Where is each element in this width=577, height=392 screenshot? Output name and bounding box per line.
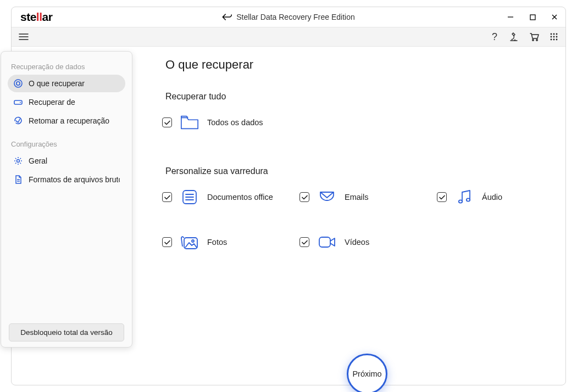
app-logo: stellar <box>20 10 52 24</box>
option-label: Vídeos <box>345 238 369 247</box>
logo-text-suf: ar <box>42 10 53 23</box>
section-customize: Personalize sua varredura <box>165 166 554 176</box>
svg-point-29 <box>192 240 194 242</box>
minimize-button[interactable] <box>503 9 518 25</box>
sidebar-item-raw-formats[interactable]: Formatos de arquivos brutos <box>8 171 125 188</box>
photo-icon <box>180 232 199 252</box>
unlock-full-version-button[interactable]: Desbloqueio total da versão <box>9 323 124 341</box>
music-icon <box>454 187 474 207</box>
svg-point-9 <box>551 36 552 38</box>
sidebar-label: Recuperar de <box>29 98 75 107</box>
logo-text-pre: ste <box>20 10 36 23</box>
svg-point-4 <box>532 40 534 41</box>
svg-point-13 <box>553 39 555 41</box>
next-button-label: Próximo <box>352 369 381 378</box>
video-icon <box>317 232 337 252</box>
sidebar-section-recovery: Recuperação de dados <box>5 59 127 74</box>
svg-point-19 <box>17 160 20 163</box>
title-center: Stellar Data Recovery Free Edition <box>222 13 355 21</box>
sidebar-label: Formatos de arquivos brutos <box>29 175 120 184</box>
page-title: O que recuperar <box>160 58 554 72</box>
microscope-icon[interactable] <box>507 30 521 44</box>
option-label: Fotos <box>207 238 227 247</box>
window-controls <box>503 9 562 25</box>
sidebar-label: Retomar a recuperação <box>29 116 109 125</box>
option-label: Emails <box>345 193 369 201</box>
email-icon <box>317 187 337 207</box>
sidebar-label: O que recuperar <box>29 79 85 88</box>
folder-icon <box>180 113 199 132</box>
cart-icon[interactable] <box>527 30 541 44</box>
option-label: Documentos office <box>207 193 273 201</box>
toolbar: ? <box>12 27 565 47</box>
checkbox-all-data[interactable] <box>162 117 172 127</box>
next-button[interactable]: Próximo <box>347 354 387 392</box>
checkbox-audio[interactable] <box>437 192 447 202</box>
sidebar-item-general[interactable]: Geral <box>8 152 125 170</box>
target-icon <box>13 79 23 88</box>
option-emails[interactable]: Emails <box>299 187 426 207</box>
svg-point-7 <box>553 33 555 35</box>
app-title-text: Stellar Data Recovery Free Edition <box>236 13 355 21</box>
apps-grid-icon[interactable] <box>547 30 561 44</box>
sidebar-item-resume[interactable]: Retomar a recuperação <box>8 112 125 130</box>
logo-text-accent: ll <box>36 10 42 23</box>
svg-point-12 <box>551 39 552 41</box>
svg-point-8 <box>556 33 558 35</box>
gear-icon <box>13 156 23 166</box>
option-label: Todos os dados <box>207 118 263 127</box>
checkbox-photos[interactable] <box>162 237 172 247</box>
svg-rect-30 <box>319 237 330 247</box>
checkbox-videos[interactable] <box>299 237 309 247</box>
back-arrow-icon[interactable] <box>222 13 232 21</box>
svg-point-11 <box>556 36 558 38</box>
toolbar-right: ? <box>487 30 561 44</box>
checkbox-emails[interactable] <box>299 192 309 202</box>
svg-point-5 <box>536 40 538 41</box>
app-window: stellar Stellar Data Recovery Free Editi… <box>11 7 566 385</box>
svg-point-15 <box>14 80 22 87</box>
resume-icon <box>13 116 23 126</box>
menu-button[interactable] <box>16 29 31 44</box>
checkbox-documents[interactable] <box>162 192 172 202</box>
sidebar: Recuperação de dados O que recuperar Rec… <box>1 51 132 348</box>
file-icon <box>13 175 23 184</box>
option-photos[interactable]: Fotos <box>162 232 288 252</box>
close-button[interactable] <box>547 9 562 25</box>
help-button[interactable]: ? <box>487 30 502 44</box>
option-videos[interactable]: Vídeos <box>299 232 426 252</box>
section-recover-all: Recuperar tudo <box>165 92 554 102</box>
svg-point-6 <box>551 33 552 35</box>
maximize-button[interactable] <box>525 9 540 25</box>
option-audio[interactable]: Áudio <box>437 187 563 207</box>
option-all-data[interactable]: Todos os dados <box>162 113 288 132</box>
document-icon <box>180 187 199 207</box>
svg-point-10 <box>553 36 555 38</box>
main-content: O que recuperar Recuperar tudo Todos os … <box>160 58 554 357</box>
sidebar-section-settings: Configurações <box>5 137 127 152</box>
sidebar-label: Geral <box>29 156 47 165</box>
svg-point-14 <box>556 39 558 41</box>
sidebar-item-recover-from[interactable]: Recuperar de <box>8 93 125 111</box>
option-label: Áudio <box>482 193 502 201</box>
sidebar-item-what-recover[interactable]: O que recuperar <box>8 75 125 92</box>
drive-icon <box>13 97 23 107</box>
svg-point-18 <box>20 102 21 103</box>
titlebar: stellar Stellar Data Recovery Free Editi… <box>12 7 565 27</box>
svg-rect-1 <box>530 15 535 20</box>
option-documents[interactable]: Documentos office <box>162 187 288 207</box>
svg-point-16 <box>16 82 20 85</box>
